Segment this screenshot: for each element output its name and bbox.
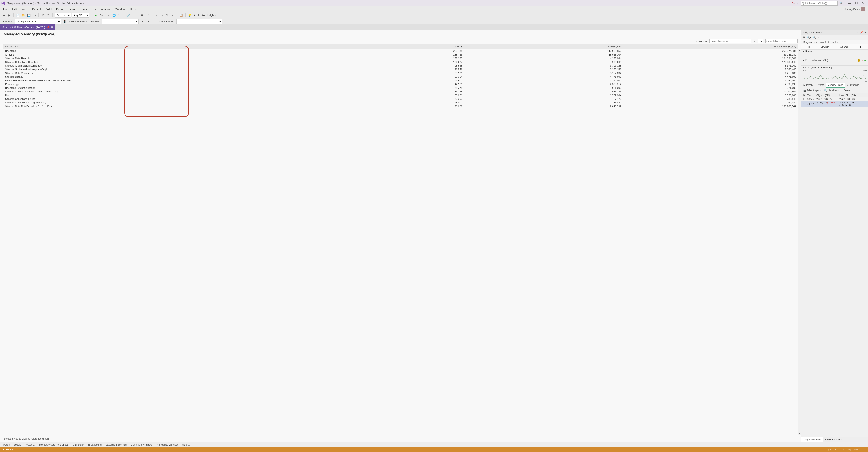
tab-memory-usage[interactable]: Memory Usage <box>826 83 845 88</box>
table-row[interactable]: List 30,301 1,702,304 3,056,008 <box>3 93 798 97</box>
refresh-icon[interactable]: ↻ <box>117 13 122 18</box>
filter-button[interactable]: T▾ <box>758 39 764 43</box>
link-icon[interactable]: 🔗 <box>126 13 130 18</box>
table-row[interactable]: Sitecore.Collections.StringDictionary 28… <box>3 101 798 105</box>
zoom-in-icon[interactable]: 🔍+ <box>807 36 811 39</box>
pending-changes-count[interactable]: ✎ 1 <box>834 448 839 451</box>
pin-icon[interactable]: 📌 <box>47 26 50 29</box>
save-all-icon[interactable]: 🗃 <box>32 13 37 18</box>
tab-references[interactable]: 'MemoryWaste' references <box>37 443 70 447</box>
insights-icon[interactable]: 💡 <box>187 13 192 18</box>
table-row[interactable]: Sitecore.Globalization.Language 98,548 6… <box>3 64 798 67</box>
menu-file[interactable]: File <box>1 7 10 12</box>
open-icon[interactable]: 📂 <box>21 13 26 18</box>
tab-watch1[interactable]: Watch 1 <box>24 443 36 447</box>
search-icon[interactable]: 🔍 <box>839 2 843 5</box>
restart-icon[interactable]: ↺ <box>145 13 150 18</box>
scroll-down-icon[interactable]: ▼ <box>798 432 801 435</box>
tab-summary[interactable]: Summary <box>802 83 815 88</box>
tab-locals[interactable]: Locals <box>12 443 23 447</box>
baseline-chevron-down-icon[interactable]: ▾ <box>753 39 756 43</box>
col-time[interactable]: Time <box>806 93 815 97</box>
tab-callstack[interactable]: Call Stack <box>71 443 86 447</box>
process-select[interactable]: [4232] w3wp.exe <box>15 19 61 24</box>
menu-tools[interactable]: Tools <box>78 7 89 12</box>
user-avatar-icon[interactable] <box>861 7 865 11</box>
diag-timeline-ruler[interactable]: ▮ 1:40min 1:50min ▮ <box>802 45 868 50</box>
expand-icon[interactable]: ▸ <box>803 59 804 61</box>
expand-icon[interactable]: ▸ <box>803 66 804 69</box>
repo-name[interactable]: Symposium <box>848 448 861 451</box>
new-item-icon[interactable]: 📄 <box>16 13 20 18</box>
menu-help[interactable]: Help <box>127 7 138 12</box>
tab-output[interactable]: Output <box>180 443 191 447</box>
table-row[interactable]: Hashtable 205,738 119,958,552 260,974,18… <box>3 49 798 53</box>
notification-flag-icon[interactable]: ⚑2 <box>791 1 794 5</box>
gc-marker-icon[interactable]: ▼ <box>861 59 863 61</box>
tab-solution-explorer[interactable]: Solution Explorer <box>823 437 845 442</box>
view-heap-button[interactable]: 🔍View Heap <box>824 89 839 92</box>
zoom-out-icon[interactable]: 🔍- <box>812 36 817 39</box>
tab-events[interactable]: Events <box>815 83 826 88</box>
col-object-type[interactable]: Object Type <box>3 44 353 49</box>
table-row[interactable]: FiftyOne.Foundation.Mobile.Detection.Ent… <box>3 79 798 82</box>
nav-back-icon[interactable]: ◀ <box>1 13 6 18</box>
menu-build[interactable]: Build <box>43 7 54 12</box>
take-snapshot-button[interactable]: 📷Take Snapshot <box>803 89 822 92</box>
step-into-icon[interactable]: ↘ <box>159 13 164 18</box>
col-heap[interactable]: Heap Size (Diff) <box>838 93 868 97</box>
tab-close-icon[interactable]: ✕ <box>51 26 53 29</box>
add-source-count[interactable]: ↑ 1 <box>828 448 831 451</box>
repo-icon[interactable]: ⎇ <box>842 448 845 451</box>
table-row[interactable]: Sitecore.Globalization.LanguageOrigin 98… <box>3 67 798 71</box>
table-row[interactable]: Sitecore.Data.FieldList 132,377 4,236,06… <box>3 56 798 60</box>
nav-forward-icon[interactable]: ▶ <box>7 13 11 18</box>
table-row[interactable]: Sitecore.Collections.IDList 30,299 727,1… <box>3 97 798 101</box>
thread-select[interactable] <box>102 19 138 24</box>
private-bytes-icon[interactable]: ◆ <box>864 59 866 61</box>
menu-view[interactable]: View <box>19 7 30 12</box>
tab-exception-settings[interactable]: Exception Settings <box>104 443 128 447</box>
col-id[interactable]: ID <box>802 93 806 97</box>
table-row[interactable]: RuntimeType 42,581 2,393,312 2,395,896 <box>3 82 798 86</box>
pin-icon[interactable]: 📌 <box>860 31 863 34</box>
platform-select[interactable]: Any CPU <box>72 13 89 18</box>
lifecycle-icon[interactable]: 📱 <box>62 19 67 24</box>
menu-edit[interactable]: Edit <box>10 7 19 12</box>
vertical-scrollbar[interactable]: ▲ ▼ <box>798 49 801 435</box>
stop-icon[interactable]: ⏹ <box>140 13 144 18</box>
table-row[interactable]: Sitecore.Data.DataProviders.PrefetchData… <box>3 105 798 108</box>
table-row[interactable]: Hashtable+ValueCollection 38,375 921,000… <box>3 86 798 90</box>
menu-project[interactable]: Project <box>30 7 43 12</box>
menu-window[interactable]: Window <box>113 7 127 12</box>
continue-icon[interactable]: ▶ <box>93 13 98 18</box>
save-icon[interactable]: 💾 <box>27 13 31 18</box>
table-row[interactable]: Sitecore.Collections.HashList 132,377 4,… <box>3 60 798 64</box>
dropdown-icon[interactable]: ▼ <box>857 31 859 34</box>
snapshot-marker-icon[interactable]: ⬤ <box>858 59 860 61</box>
gear-icon[interactable]: ⚙ <box>803 36 805 39</box>
col-objects[interactable]: Objects (Diff) <box>815 93 838 97</box>
tab-diagnostic-tools[interactable]: Diagnostic Tools <box>802 437 823 442</box>
snapshot-row[interactable]: 2 74.70s 2,853,972 (+3,076 ↑) 306,412.70… <box>802 101 868 107</box>
branch-icon[interactable]: ↕ <box>865 448 866 451</box>
table-row[interactable]: Sitecore.Data.ID 91,154 4,471,696 4,471,… <box>3 75 798 79</box>
scroll-up-icon[interactable]: ▲ <box>798 49 801 52</box>
continue-label[interactable]: Continue <box>99 14 111 17</box>
thread-filter-icon[interactable]: ▼ <box>140 19 145 24</box>
solution-config-select[interactable]: Release <box>55 13 71 18</box>
table-row[interactable]: ArrayList 138,765 18,965,104 21,746,280 <box>3 53 798 56</box>
pause-icon[interactable]: ⏸ <box>134 13 139 18</box>
quick-launch-input[interactable] <box>801 1 838 5</box>
menu-debug[interactable]: Debug <box>54 7 66 12</box>
close-icon[interactable]: ✕ <box>864 31 866 34</box>
tab-breakpoints[interactable]: Breakpoints <box>86 443 103 447</box>
tab-cpu-usage[interactable]: CPU Usage <box>845 83 861 88</box>
step-over-icon[interactable]: ↷ <box>165 13 169 18</box>
insights-label[interactable]: Application Insights <box>193 14 217 17</box>
col-size[interactable]: Size (Bytes) <box>464 44 623 49</box>
tab-heap-snapshot[interactable]: Snapshot #2 Heap w3wp.exe (74.70s) 📌 ✕ <box>0 24 56 30</box>
menu-test[interactable]: Test <box>89 7 99 12</box>
tab-command-window[interactable]: Command Window <box>129 443 154 447</box>
menu-analyze[interactable]: Analyze <box>99 7 113 12</box>
